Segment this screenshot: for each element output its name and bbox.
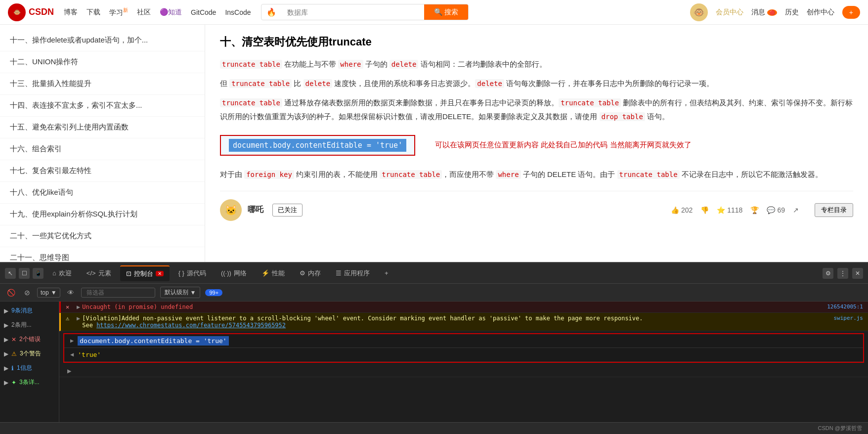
console-filter-icon[interactable]: ⊘ — [22, 288, 32, 298]
left-panel-verbose[interactable]: ▶ ✦ 3条详... — [0, 375, 59, 390]
nav-link-community[interactable]: 社区 — [137, 8, 151, 17]
nav-right: 🐵 会员中心 消息 🔴 历史 创作中心 + — [690, 3, 860, 21]
expand-warn-icon[interactable]: ▶ — [77, 315, 80, 322]
nav-link-inscode[interactable]: InsCode — [225, 8, 251, 16]
code-highlighted: document.body.contentEditable = 'true' — [78, 336, 228, 346]
console-error-badge: ✕ — [156, 271, 164, 276]
follow-button[interactable]: 已关注 — [272, 204, 303, 217]
article-content: 十、清空表时优先使用truncate truncate table 在功能上与不… — [205, 25, 868, 287]
sidebar-item-9[interactable]: 二十、一些其它优化方式 — [0, 225, 205, 247]
share-action[interactable]: ↗ — [793, 206, 799, 214]
devtools-tab-console[interactable]: ⊡ 控制台 ✕ — [120, 265, 170, 281]
warn-file[interactable]: swiper.js — [833, 315, 863, 321]
sidebar-item-7[interactable]: 十八、优化like语句 — [0, 182, 205, 204]
devtools-tab-performance[interactable]: ⚡ 性能 — [256, 266, 291, 281]
code-box-text: document.body.contentEditable = 'true' — [229, 139, 406, 152]
expand-error-icon[interactable]: ▶ — [77, 304, 80, 310]
status-text: CSDN @梦溪哲雪 — [818, 425, 862, 432]
sidebar-item-1[interactable]: 十二、UNION操作符 — [0, 51, 205, 73]
search-input[interactable] — [281, 4, 424, 20]
left-panel-info[interactable]: ▶ ℹ 1信息 — [0, 361, 59, 375]
left-panel-warnings[interactable]: ▶ ⚠ 3个警告 — [0, 347, 59, 361]
nav-link-blog[interactable]: 博客 — [64, 8, 78, 17]
sidebar-item-6[interactable]: 十七、复合索引最左特性 — [0, 160, 205, 182]
console-expand-arrow[interactable]: ▶ — [59, 365, 868, 377]
user-avatar[interactable]: 🐵 — [690, 3, 708, 21]
verbose-icon: ▶ — [4, 379, 8, 386]
sidebar-item-5[interactable]: 十六、组合索引 — [0, 138, 205, 160]
code-drop-table: drop table — [600, 112, 645, 121]
devtools-inspect-icon[interactable]: ☐ — [19, 268, 30, 279]
sidebar-item-8[interactable]: 十九、使用explain分析你SQL执行计划 — [0, 204, 205, 225]
context-selector[interactable]: top ▼ — [37, 288, 60, 298]
devtools-mobile-icon[interactable]: 📱 — [33, 268, 43, 279]
code-input-text: document.body.contentEditable = 'true' — [78, 337, 228, 345]
search-button[interactable]: 🔍 搜索 — [424, 4, 468, 20]
devtools-tab-welcome[interactable]: ⌂ 欢迎 — [46, 266, 78, 281]
elements-tab-icon: </> — [87, 269, 96, 277]
msg-label[interactable]: 消息 🔴 — [751, 8, 777, 17]
devtools-tab-application[interactable]: ☰ 应用程序 — [330, 266, 376, 281]
clear-console-icon[interactable]: 🚫 — [5, 288, 17, 298]
logo-text: CSDN — [29, 7, 54, 17]
new-badge: 新 — [123, 7, 128, 13]
history-label[interactable]: 历史 — [785, 8, 799, 17]
nav-link-gitcode[interactable]: GitCode — [191, 8, 216, 16]
code-delete-2: delete — [304, 79, 333, 88]
sidebar-item-3[interactable]: 十四、表连接不宜太多，索引不宜太多... — [0, 95, 205, 117]
console-tab-icon: ⊡ — [126, 270, 131, 277]
code-delete-1: delete — [390, 60, 419, 69]
action-icons: 👍 202 👎 ⭐ 1118 🏆 💬 69 ↗ — [671, 206, 799, 214]
devtools-tab-sources[interactable]: { } 源代码 — [173, 266, 212, 281]
comment-action[interactable]: 💬 69 — [767, 206, 785, 214]
left-panel-all-messages[interactable]: ▶ 9条消息 — [0, 304, 59, 318]
sidebar: 十一、操作delete或者update语句，加个... 十二、UNION操作符 … — [0, 25, 205, 287]
nav-link-download[interactable]: 下载 — [87, 8, 100, 17]
sidebar-item-0[interactable]: 十一、操作delete或者update语句，加个... — [0, 30, 205, 51]
devtools-pointer-icon[interactable]: ↖ — [5, 268, 16, 279]
vip-label[interactable]: 会员中心 — [716, 8, 743, 17]
devtools-tab-network[interactable]: ((·)) 网络 — [215, 266, 253, 281]
devtools-more-icon[interactable]: ⋮ — [837, 268, 848, 279]
author-row: 🐱 哪吒 已关注 👍 202 👎 ⭐ 1118 🏆 💬 69 ↗ 专栏目录 — [220, 191, 853, 221]
catalog-button[interactable]: 专栏目录 — [815, 203, 853, 217]
code-truncate-table-2: truncate table — [229, 79, 292, 88]
star-action[interactable]: ⭐ 1118 — [717, 206, 742, 214]
devtools-tab-elements[interactable]: </> 元素 — [81, 266, 117, 281]
eye-icon[interactable]: 👁 — [65, 288, 76, 298]
perf-tab-icon: ⚡ — [261, 269, 269, 277]
like-action[interactable]: 👍 202 — [671, 206, 693, 214]
chromestatus-link[interactable]: https://www.chromestatus.com/feature/574… — [96, 322, 286, 329]
devtools-tab-more[interactable]: + — [379, 266, 394, 280]
author-avatar: 🐱 — [220, 199, 242, 221]
code-delete-3: delete — [475, 79, 504, 88]
search-icon: 🔍 — [434, 8, 442, 16]
reward-action[interactable]: 🏆 — [750, 206, 759, 214]
warning-icon: ▶ — [4, 350, 8, 357]
error-file[interactable]: 126542005:1 — [827, 304, 863, 310]
article-para4: 对于由 foreign key 约束引用的表，不能使用 truncate tab… — [220, 168, 853, 181]
nav-link-zhidao[interactable]: 🟣知道 — [160, 8, 182, 17]
info-icon: ▶ — [4, 365, 8, 372]
sidebar-item-4[interactable]: 十五、避免在索引列上使用内置函数 — [0, 117, 205, 138]
expand-more-icon[interactable]: ▶ — [67, 367, 71, 375]
user-msg-icon: ▶ — [4, 322, 8, 329]
devtools-settings-icon[interactable]: ⚙ — [823, 268, 833, 279]
log-level-selector[interactable]: 默认级别 ▼ — [160, 287, 201, 298]
nav-link-learn[interactable]: 学习新 — [109, 7, 128, 17]
devtools-close-icon[interactable]: ✕ — [852, 268, 863, 279]
left-panel-user-messages[interactable]: ▶ 2条用... — [0, 318, 59, 332]
code-truncate-table-4: truncate table — [559, 98, 621, 107]
create-label[interactable]: 创作中心 — [807, 8, 834, 17]
logo[interactable]: 🐵 CSDN — [8, 3, 54, 21]
console-line-warn: ⚠ ▶ [Violation]Added non-passive event l… — [59, 313, 868, 331]
devtools-tab-memory[interactable]: ⚙ 内存 — [294, 266, 327, 281]
welcome-tab-icon: ⌂ — [52, 269, 56, 277]
article-para1: truncate table 在功能上与不带 where 子句的 delete … — [220, 57, 853, 71]
dislike-action[interactable]: 👎 — [700, 206, 709, 214]
devtools-body: ▶ 9条消息 ▶ 2条用... ▶ ✕ 2个错误 ▶ ⚠ 3个警告 ▶ ℹ 1信… — [0, 302, 868, 422]
left-panel-errors[interactable]: ▶ ✕ 2个错误 — [0, 332, 59, 347]
sidebar-item-2[interactable]: 十三、批量插入性能提升 — [0, 73, 205, 95]
create-plus-button[interactable]: + — [842, 6, 860, 19]
console-filter-input[interactable] — [81, 288, 155, 298]
